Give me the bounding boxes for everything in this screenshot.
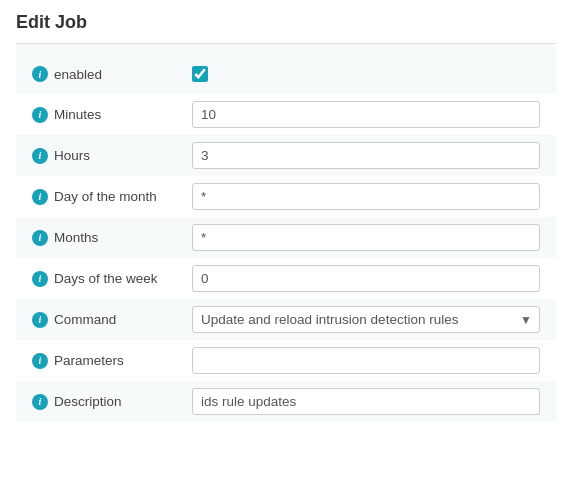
label-text-days-of-week: Days of the week	[54, 271, 158, 286]
label-day-of-month: i Day of the month	[32, 189, 192, 205]
label-text-day-of-month: Day of the month	[54, 189, 157, 204]
form-row-parameters: i Parameters	[16, 340, 556, 381]
input-cell-parameters	[192, 347, 540, 374]
input-cell-command: Update and reload intrusion detection ru…	[192, 306, 540, 333]
label-text-minutes: Minutes	[54, 107, 101, 122]
input-cell-hours	[192, 142, 540, 169]
months-input[interactable]	[192, 224, 540, 251]
label-text-parameters: Parameters	[54, 353, 124, 368]
days-of-week-input[interactable]	[192, 265, 540, 292]
label-parameters: i Parameters	[32, 353, 192, 369]
input-cell-days-of-week	[192, 265, 540, 292]
label-enabled: i enabled	[32, 66, 192, 82]
label-text-hours: Hours	[54, 148, 90, 163]
info-icon-day-of-month[interactable]: i	[32, 189, 48, 205]
form-row-hours: i Hours	[16, 135, 556, 176]
info-icon-enabled[interactable]: i	[32, 66, 48, 82]
label-text-enabled: enabled	[54, 67, 102, 82]
page-title: Edit Job	[16, 12, 556, 33]
checkbox-cell-enabled	[192, 66, 540, 82]
day-of-month-input[interactable]	[192, 183, 540, 210]
info-icon-days-of-week[interactable]: i	[32, 271, 48, 287]
info-icon-command[interactable]: i	[32, 312, 48, 328]
label-description: i Description	[32, 394, 192, 410]
form-row-minutes: i Minutes	[16, 94, 556, 135]
form-row-days-of-week: i Days of the week	[16, 258, 556, 299]
label-hours: i Hours	[32, 148, 192, 164]
label-command: i Command	[32, 312, 192, 328]
label-months: i Months	[32, 230, 192, 246]
enabled-checkbox[interactable]	[192, 66, 208, 82]
command-select[interactable]: Update and reload intrusion detection ru…	[192, 306, 540, 333]
label-text-command: Command	[54, 312, 116, 327]
form-row-command: i Command Update and reload intrusion de…	[16, 299, 556, 340]
form-row-day-of-month: i Day of the month	[16, 176, 556, 217]
page-container: Edit Job i enabled i Minutes	[0, 0, 572, 434]
label-days-of-week: i Days of the week	[32, 271, 192, 287]
label-minutes: i Minutes	[32, 107, 192, 123]
form-area: i enabled i Minutes i Hours	[16, 44, 556, 422]
input-cell-description	[192, 388, 540, 415]
parameters-input[interactable]	[192, 347, 540, 374]
label-text-months: Months	[54, 230, 98, 245]
description-input[interactable]	[192, 388, 540, 415]
command-select-wrapper: Update and reload intrusion detection ru…	[192, 306, 540, 333]
info-icon-months[interactable]: i	[32, 230, 48, 246]
info-icon-hours[interactable]: i	[32, 148, 48, 164]
input-cell-day-of-month	[192, 183, 540, 210]
form-row-months: i Months	[16, 217, 556, 258]
input-cell-months	[192, 224, 540, 251]
info-icon-minutes[interactable]: i	[32, 107, 48, 123]
info-icon-parameters[interactable]: i	[32, 353, 48, 369]
hours-input[interactable]	[192, 142, 540, 169]
form-row-enabled: i enabled	[16, 54, 556, 94]
minutes-input[interactable]	[192, 101, 540, 128]
label-text-description: Description	[54, 394, 122, 409]
form-row-description: i Description	[16, 381, 556, 422]
info-icon-description[interactable]: i	[32, 394, 48, 410]
input-cell-minutes	[192, 101, 540, 128]
